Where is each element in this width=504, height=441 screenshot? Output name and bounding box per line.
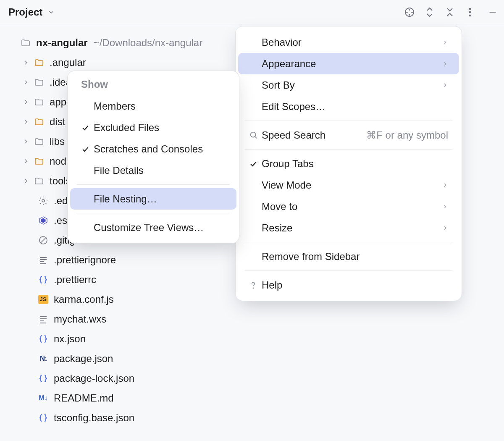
chevron-down-icon <box>8 39 17 47</box>
menu-item-group-tabs[interactable]: Group Tabs <box>238 153 459 174</box>
tree-file-row[interactable]: package-lock.json <box>0 368 504 388</box>
ignore-icon <box>38 235 49 246</box>
menu-item-help[interactable]: Help <box>238 274 459 296</box>
tree-file-row[interactable]: tsconfig.base.json <box>0 408 504 428</box>
submenu-item-scratches-and-consoles[interactable]: Scratches and Consoles <box>70 138 236 160</box>
project-panel-header: Project <box>0 0 504 24</box>
check-icon <box>81 123 94 132</box>
tree-node-label: package-lock.json <box>54 373 134 384</box>
chevron-right-icon <box>442 182 448 188</box>
menu-item-remove-from-sidebar[interactable]: Remove from Sidebar <box>238 246 459 267</box>
svg-point-9 <box>42 200 45 202</box>
menu-item-resize[interactable]: Resize <box>238 217 459 239</box>
chevron-right-icon <box>22 177 30 185</box>
submenu-item-file-details[interactable]: File Details <box>70 160 236 181</box>
submenu-item-excluded-files[interactable]: Excluded Files <box>70 117 236 138</box>
collapse-all-icon[interactable] <box>444 7 455 18</box>
check-icon <box>249 160 262 168</box>
gear-icon <box>38 195 49 206</box>
json-icon <box>38 274 49 285</box>
folder-icon <box>34 97 45 108</box>
json-icon <box>38 333 49 344</box>
check-icon <box>81 145 94 153</box>
tree-file-row[interactable]: nx.json <box>0 329 504 349</box>
chevron-right-icon <box>22 118 30 126</box>
tree-node-label: dist <box>50 116 65 128</box>
tree-file-row[interactable]: N⤵package.json <box>0 349 504 368</box>
submenu-item-customize-tree-views[interactable]: Customize Tree Views… <box>70 217 236 238</box>
chevron-right-icon <box>442 82 448 88</box>
folder-icon <box>34 136 45 147</box>
menu-item-label: Members <box>94 100 226 112</box>
svg-line-13 <box>41 238 46 243</box>
menu-item-label: View Mode <box>262 179 434 191</box>
menu-separator <box>245 149 452 150</box>
submenu-section-title: Show <box>70 76 236 95</box>
menu-item-label: Appearance <box>262 58 434 70</box>
project-title-dropdown[interactable]: Project <box>8 6 57 18</box>
submenu-item-members[interactable]: Members <box>70 95 236 117</box>
menu-item-label: Scratches and Consoles <box>94 143 226 155</box>
menu-item-behavior[interactable]: Behavior <box>238 32 459 53</box>
chevron-right-icon <box>22 157 30 165</box>
menu-item-sort-by[interactable]: Sort By <box>238 74 459 96</box>
tree-node-label: README.md <box>54 392 114 404</box>
tree-node-label: nx.json <box>54 333 86 345</box>
tree-file-row[interactable]: M↓README.md <box>0 388 504 408</box>
menu-item-label: Excluded Files <box>94 122 226 134</box>
select-opened-file-icon[interactable] <box>404 7 415 18</box>
chevron-right-icon <box>442 39 448 45</box>
menu-item-edit-scopes-[interactable]: Edit Scopes… <box>238 96 459 117</box>
tree-node-label: .prettierrc <box>54 274 96 286</box>
js-icon: JS <box>38 294 49 305</box>
svg-point-7 <box>469 15 471 16</box>
menu-separator <box>77 184 230 185</box>
minimize-icon[interactable] <box>487 7 498 18</box>
submenu-item-file-nesting[interactable]: File Nesting… <box>70 188 236 210</box>
tree-node-label: package.json <box>54 353 113 365</box>
lines-icon <box>38 255 49 265</box>
svg-point-6 <box>469 11 471 13</box>
tree-node-label: libs <box>50 136 65 147</box>
menu-separator <box>245 242 452 242</box>
tree-file-row[interactable]: mychat.wxs <box>0 309 504 329</box>
chevron-right-icon <box>442 61 448 67</box>
menu-item-label: File Nesting… <box>94 193 226 205</box>
menu-item-label: Remove from Sidebar <box>262 251 448 262</box>
panel-options-menu[interactable]: BehaviorAppearanceSort ByEdit Scopes…Spe… <box>235 26 462 301</box>
menu-item-label: Speed Search <box>262 129 354 141</box>
menu-item-label: Behavior <box>262 37 434 48</box>
search-icon <box>249 131 262 140</box>
tree-node-label: .prettierignore <box>54 254 116 266</box>
folder-icon <box>34 57 45 68</box>
menu-item-label: File Details <box>94 165 226 176</box>
tree-node-label: tsconfig.base.json <box>54 412 134 424</box>
expand-collapse-icon[interactable] <box>424 7 435 18</box>
json-icon <box>38 412 49 423</box>
menu-item-speed-search[interactable]: Speed Search⌘F or any symbol <box>238 124 459 146</box>
menu-separator <box>77 213 230 213</box>
menu-item-label: Customize Tree Views… <box>94 222 226 234</box>
menu-item-view-mode[interactable]: View Mode <box>238 174 459 196</box>
menu-item-label: Sort By <box>262 79 434 91</box>
chevron-right-icon <box>442 225 448 231</box>
npm-icon: N⤵ <box>38 353 49 364</box>
menu-separator <box>245 121 452 121</box>
more-options-icon[interactable] <box>465 7 475 18</box>
menu-item-label: Resize <box>262 222 434 234</box>
folder-icon <box>34 77 45 88</box>
lines-icon <box>38 314 49 325</box>
chevron-right-icon <box>22 137 30 146</box>
folder-icon <box>34 156 45 167</box>
menu-item-appearance[interactable]: Appearance <box>238 53 459 74</box>
menu-item-label: Edit Scopes… <box>262 101 448 113</box>
root-path: ~/Downloads/nx-angular <box>94 37 203 49</box>
json-icon <box>38 373 49 384</box>
md-icon: M↓ <box>38 393 49 404</box>
appearance-submenu[interactable]: ShowMembersExcluded FilesScratches and C… <box>67 71 239 244</box>
menu-item-move-to[interactable]: Move to <box>238 196 459 217</box>
tree-node-label: mychat.wxs <box>54 313 106 325</box>
tree-node-label: karma.conf.js <box>54 294 114 305</box>
help-icon <box>249 280 262 290</box>
eslint-icon <box>38 215 49 226</box>
